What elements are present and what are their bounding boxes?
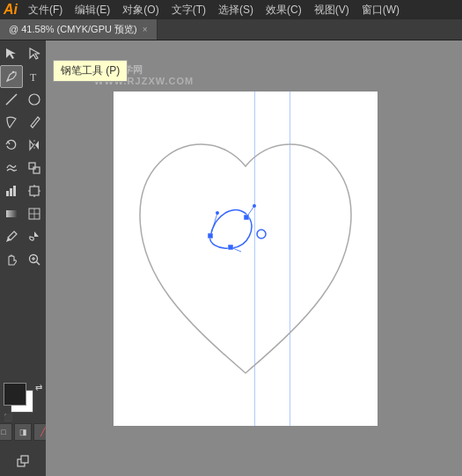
tool-row-1 bbox=[0, 42, 46, 65]
select-tool[interactable] bbox=[0, 42, 23, 65]
svg-line-32 bbox=[246, 206, 254, 217]
reflect-tool[interactable] bbox=[23, 134, 46, 157]
tool-row-7 bbox=[0, 179, 46, 202]
artboard-tool[interactable] bbox=[23, 179, 46, 202]
tool-row-9 bbox=[0, 225, 46, 248]
menu-item-view[interactable]: 视图(V) bbox=[309, 1, 355, 19]
shape-tool[interactable] bbox=[23, 88, 46, 111]
svg-point-34 bbox=[216, 211, 219, 215]
svg-rect-7 bbox=[29, 163, 35, 169]
tool-row-6 bbox=[0, 157, 46, 179]
app-logo: Ai bbox=[4, 2, 18, 18]
tool-row-10 bbox=[0, 248, 46, 271]
eyedropper-tool[interactable] bbox=[0, 225, 23, 248]
svg-rect-17 bbox=[6, 210, 17, 217]
artboard-row bbox=[0, 450, 51, 472]
menu-item-edit[interactable]: 编辑(E) bbox=[70, 1, 115, 19]
canvas-bg bbox=[87, 65, 422, 452]
menu-item-select[interactable]: 选择(S) bbox=[213, 1, 259, 19]
solid-color-button[interactable]: □ bbox=[0, 423, 12, 441]
menu-item-file[interactable]: 文件(F) bbox=[23, 1, 68, 19]
svg-point-35 bbox=[253, 204, 256, 208]
hand-tool[interactable] bbox=[0, 248, 23, 271]
menu-item-text[interactable]: 文字(T) bbox=[166, 1, 211, 19]
foreground-color-swatch[interactable] bbox=[4, 383, 26, 406]
tab-close-button[interactable]: × bbox=[143, 25, 148, 34]
tool-row-3 bbox=[0, 88, 46, 111]
pen-tool[interactable] bbox=[0, 65, 23, 88]
graph-tool[interactable] bbox=[0, 179, 23, 202]
zoom-tool[interactable] bbox=[23, 248, 46, 271]
svg-rect-11 bbox=[13, 186, 16, 196]
line-tool[interactable] bbox=[0, 88, 23, 111]
drawing-canvas[interactable] bbox=[114, 92, 378, 426]
gradient-color-button[interactable]: ◨ bbox=[14, 423, 32, 441]
canvas-area[interactable]: WWW.RJZXW.COM 软件自学网 bbox=[46, 40, 462, 476]
gradient-tool[interactable] bbox=[0, 202, 23, 225]
direct-select-tool[interactable] bbox=[23, 42, 46, 65]
scale-tool[interactable] bbox=[23, 157, 46, 179]
tool-row-4 bbox=[0, 111, 46, 134]
menu-bar: Ai 文件(F) 编辑(E) 对象(O) 文字(T) 选择(S) 效果(C) 视… bbox=[0, 0, 462, 19]
svg-rect-10 bbox=[10, 188, 12, 196]
svg-rect-12 bbox=[30, 187, 39, 195]
svg-rect-26 bbox=[21, 456, 28, 463]
svg-rect-9 bbox=[6, 191, 9, 196]
menu-item-effect[interactable]: 效果(C) bbox=[260, 1, 307, 19]
svg-text:T: T bbox=[30, 71, 37, 84]
color-swatches: ⇄ ⬛ bbox=[4, 383, 42, 421]
tab-label: @ 41.58% (CMYK/GPU 预览) bbox=[9, 23, 137, 36]
tab-bar: @ 41.58% (CMYK/GPU 预览) × bbox=[0, 19, 462, 40]
tool-row-5 bbox=[0, 134, 46, 157]
rotate-tool[interactable] bbox=[0, 134, 23, 157]
menu-item-object[interactable]: 对象(O) bbox=[117, 1, 164, 19]
svg-point-3 bbox=[29, 94, 40, 105]
svg-line-2 bbox=[6, 94, 17, 105]
svg-rect-8 bbox=[33, 167, 40, 173]
tab-item[interactable]: @ 41.58% (CMYK/GPU 预览) × bbox=[0, 19, 158, 40]
color-mode-row: □ ◨ ╱ bbox=[0, 423, 51, 441]
svg-line-22 bbox=[37, 262, 40, 266]
blob-brush-tool[interactable] bbox=[23, 111, 46, 134]
toolbox-bottom: ⇄ ⬛ □ ◨ ╱ bbox=[0, 383, 51, 476]
reset-colors-icon[interactable]: ⬛ bbox=[4, 414, 12, 421]
main-layout: T bbox=[0, 40, 462, 476]
brush-tool[interactable] bbox=[0, 111, 23, 134]
svg-marker-4 bbox=[30, 141, 33, 150]
svg-line-31 bbox=[210, 213, 217, 237]
artboard-select-tool[interactable] bbox=[11, 450, 34, 472]
toolbox: T bbox=[0, 40, 46, 476]
menu-item-window[interactable]: 窗口(W) bbox=[356, 1, 405, 19]
warp-tool[interactable] bbox=[0, 157, 23, 179]
tool-row-2: T bbox=[0, 65, 46, 88]
mesh-tool[interactable] bbox=[23, 202, 46, 225]
swap-colors-icon[interactable]: ⇄ bbox=[35, 383, 42, 392]
paint-bucket-tool[interactable] bbox=[23, 225, 46, 248]
svg-marker-5 bbox=[35, 141, 39, 150]
svg-point-0 bbox=[12, 71, 14, 73]
svg-point-30 bbox=[257, 230, 266, 238]
tool-row-8 bbox=[0, 202, 46, 225]
type-tool[interactable]: T bbox=[23, 65, 46, 88]
